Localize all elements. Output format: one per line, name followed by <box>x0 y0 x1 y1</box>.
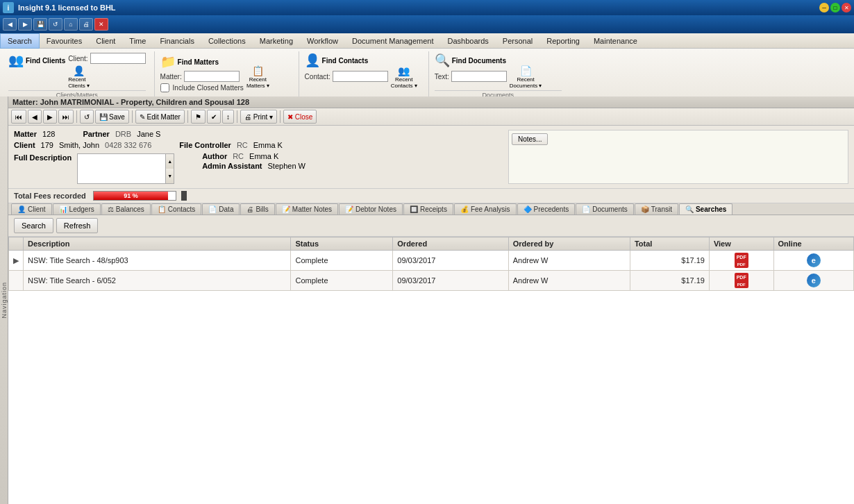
menubar: Search Favourites Client Time Financials… <box>0 33 854 49</box>
recent-clients-icon: 👤 <box>73 65 85 76</box>
ribbon: 👥 Find Clients Client: 👤 RecentClients ▾… <box>0 49 854 104</box>
recent-documents-icon: 📄 <box>520 65 532 76</box>
qtb-back-button[interactable]: ◀ <box>3 18 17 31</box>
client-label: Client: <box>68 55 87 62</box>
qtb-refresh-button[interactable]: ↺ <box>49 18 62 31</box>
menu-maintenance[interactable]: Maintenance <box>587 33 644 49</box>
app-title: Insight 9.1 licensed to BHL <box>18 3 819 12</box>
qtb-close-button[interactable]: ✕ <box>94 18 108 31</box>
include-closed-checkbox[interactable] <box>160 83 169 92</box>
client-input[interactable] <box>90 53 146 64</box>
minimize-button[interactable]: ─ <box>819 3 829 12</box>
main-content: Matter: John MATRIMONIAL - Property, Chi… <box>8 96 854 104</box>
text-input[interactable] <box>451 71 507 82</box>
menu-search[interactable]: Search <box>0 33 40 49</box>
find-contacts-button[interactable]: Find Contacts <box>322 57 369 65</box>
menu-reporting[interactable]: Reporting <box>539 33 587 49</box>
qtb-save-button[interactable]: 💾 <box>33 18 47 31</box>
recent-contacts-button[interactable]: 👥 RecentContacts ▾ <box>391 65 417 89</box>
find-clients-icon: 👥 <box>8 53 24 68</box>
menu-client[interactable]: Client <box>89 33 122 49</box>
recent-clients-button[interactable]: 👤 RecentClients ▾ <box>68 65 90 89</box>
find-documents-button[interactable]: Find Documents <box>452 57 506 65</box>
close-button[interactable]: ✕ <box>842 3 851 12</box>
recent-matters-button[interactable]: 📋 RecentMatters ▾ <box>246 65 269 89</box>
menu-collections[interactable]: Collections <box>201 33 253 49</box>
menu-workflow[interactable]: Workflow <box>300 33 345 49</box>
find-matters-button[interactable]: Find Matters <box>178 58 219 66</box>
app-icon: i <box>3 2 14 13</box>
menu-favourites[interactable]: Favourites <box>40 33 89 49</box>
qtb-print-button[interactable]: 🖨 <box>79 18 93 31</box>
recent-matters-icon: 📋 <box>252 65 264 76</box>
titlebar: i Insight 9.1 licensed to BHL ─ □ ✕ <box>0 0 854 15</box>
qtb-forward-button[interactable]: ▶ <box>18 18 32 31</box>
recent-documents-button[interactable]: 📄 RecentDocuments ▾ <box>510 65 542 89</box>
find-matters-icon: 📁 <box>160 54 176 69</box>
menu-dashboards[interactable]: Dashboards <box>440 33 495 49</box>
contact-label: Contact: <box>305 73 330 81</box>
matter-input[interactable] <box>184 71 240 82</box>
window-controls: ─ □ ✕ <box>819 3 851 12</box>
quick-access-toolbar: ◀ ▶ 💾 ↺ ⌂ 🖨 ✕ <box>0 15 854 33</box>
menu-document-management[interactable]: Document Management <box>345 33 440 49</box>
find-clients-button[interactable]: Find Clients <box>26 57 65 65</box>
maximize-button[interactable]: □ <box>830 3 840 12</box>
text-label: Text: <box>435 73 449 81</box>
find-contacts-icon: 👤 <box>305 53 320 68</box>
recent-contacts-icon: 👥 <box>398 65 410 76</box>
menu-financials[interactable]: Financials <box>153 33 201 49</box>
menu-marketing[interactable]: Marketing <box>253 33 300 49</box>
matter-label: Matter: <box>160 73 182 81</box>
include-closed-label: Include Closed Matters <box>173 84 244 92</box>
find-documents-icon: 🔍 <box>435 53 450 68</box>
menu-time[interactable]: Time <box>122 33 153 49</box>
contact-input[interactable] <box>333 71 388 82</box>
matter-title: Matter: John MATRIMONIAL - Property, Chi… <box>12 98 249 104</box>
navigation-sidebar: Navigation <box>0 96 8 104</box>
menu-personal[interactable]: Personal <box>496 33 539 49</box>
matter-header-bar: Matter: John MATRIMONIAL - Property, Chi… <box>8 96 854 104</box>
qtb-home-button[interactable]: ⌂ <box>64 18 78 31</box>
